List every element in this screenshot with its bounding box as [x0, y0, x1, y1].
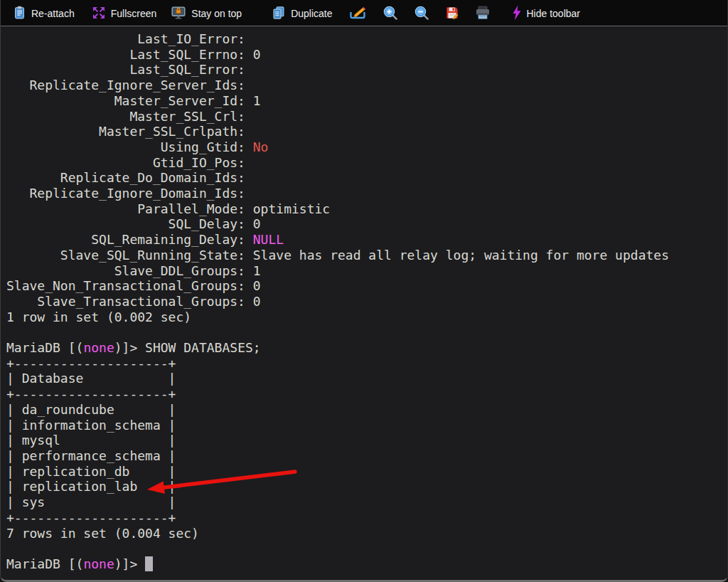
duplicate-button[interactable]: Duplicate	[265, 4, 338, 22]
terminal-line: Master_SSL_Crlpath:	[6, 124, 727, 139]
terminal-line: 1 row in set (0.002 sec)	[6, 309, 727, 325]
terminal-text: SQL_Remaining_Delay:	[6, 232, 253, 247]
terminal-line: Master_SSL_Crl:	[6, 109, 727, 125]
terminal-text: | sys |	[6, 494, 176, 509]
terminal-text: Slave_Transactional_Groups: 0	[6, 294, 261, 309]
save-button[interactable]	[437, 4, 467, 22]
edit-button[interactable]	[341, 4, 375, 22]
fullscreen-button[interactable]: Fullscreen	[85, 4, 164, 22]
terminal-text: | mysql |	[6, 433, 176, 448]
terminal-line: Slave_Transactional_Groups: 0	[6, 294, 727, 309]
re-attach-button[interactable]: Re-attach	[6, 4, 81, 22]
terminal-text: Slave_Non_Transactional_Groups: 0	[6, 278, 261, 293]
terminal-line	[6, 324, 727, 340]
terminal-text: +--------------------+	[6, 510, 176, 525]
terminal-text: Last_SQL_Errno: 0	[6, 47, 261, 62]
terminal-line: SQL_Delay: 0	[6, 216, 727, 232]
terminal-line: Slave_DDL_Groups: 1	[6, 263, 727, 279]
clipboard-icon	[13, 6, 26, 20]
zoom-out-icon	[414, 5, 429, 21]
terminal-text: none	[83, 556, 114, 571]
terminal-text: Slave_DDL_Groups: 1	[6, 263, 261, 278]
terminal-text: MariaDB [(	[6, 340, 83, 355]
terminal-line: 7 rows in set (0.004 sec)	[6, 526, 727, 541]
terminal-text: NULL	[253, 232, 284, 247]
terminal-text: | information_schema |	[6, 418, 176, 433]
terminal-text: Replicate_Ignore_Server_Ids:	[6, 78, 253, 92]
terminal-text: +--------------------+	[6, 386, 176, 401]
terminal-text: +--------------------+	[6, 356, 176, 371]
terminal-line: Slave_SQL_Running_State: Slave has read …	[6, 248, 727, 263]
terminal-text: )]> SHOW DATABASES;	[114, 340, 261, 355]
terminal-line: | Database |	[6, 371, 727, 386]
zoom-out-button[interactable]	[406, 3, 437, 23]
terminal-line: | da_roundcube |	[6, 402, 727, 418]
hide-toolbar-label: Hide toolbar	[527, 7, 581, 19]
terminal-line: Parallel_Mode: optimistic	[6, 201, 727, 217]
terminal-text: | Database |	[6, 371, 176, 386]
lightning-icon	[512, 5, 522, 21]
print-icon	[475, 6, 491, 20]
terminal-text: Last_SQL_Error:	[6, 62, 253, 77]
terminal-line	[6, 541, 727, 556]
hide-toolbar-button[interactable]: Hide toolbar	[505, 3, 587, 23]
zoom-in-icon	[382, 5, 398, 21]
terminal-text: Parallel_Mode: optimistic	[6, 201, 330, 216]
terminal-window: Re-attachFullscreenStay on topDuplicateH…	[0, 0, 728, 582]
terminal-text: Last_IO_Error:	[6, 31, 253, 46]
terminal-text: Replicate_Ignore_Domain_Ids:	[6, 186, 253, 201]
terminal-text: Gtid_IO_Pos:	[6, 155, 253, 170]
terminal-line: +--------------------+	[6, 510, 727, 526]
terminal-line: | replication_lab |	[6, 479, 727, 494]
zoom-in-button[interactable]	[375, 3, 406, 23]
terminal-line: Replicate_Ignore_Server_Ids:	[6, 78, 727, 93]
terminal-line: | information_schema |	[6, 418, 727, 433]
terminal-text: MariaDB [(	[6, 556, 83, 571]
terminal-output[interactable]: Last_IO_Error: Last_SQL_Errno: 0 Last_SQ…	[1, 26, 727, 580]
terminal-text: Replicate_Do_Domain_Ids:	[6, 170, 253, 185]
duplicate-icon	[272, 6, 286, 20]
terminal-text: 7 rows in set (0.004 sec)	[6, 526, 199, 541]
terminal-line: Last_SQL_Error:	[6, 62, 727, 78]
terminal-text: none	[83, 340, 114, 355]
terminal-line: Last_IO_Error:	[6, 31, 727, 47]
stay-on-top-button[interactable]: Stay on top	[164, 4, 248, 22]
terminal-text: Master_Server_Id: 1	[6, 93, 261, 108]
fullscreen-icon	[92, 6, 106, 20]
terminal-line: +--------------------+	[6, 386, 727, 402]
toolbar: Re-attachFullscreenStay on topDuplicateH…	[1, 0, 727, 26]
terminal-cursor	[145, 556, 153, 571]
terminal-line: Master_Server_Id: 1	[6, 93, 727, 109]
terminal-line: | mysql |	[6, 433, 727, 448]
terminal-line: MariaDB [(none)]>	[6, 556, 727, 572]
terminal-line: Slave_Non_Transactional_Groups: 0	[6, 278, 727, 294]
terminal-line: MariaDB [(none)]> SHOW DATABASES;	[6, 340, 727, 356]
duplicate-label: Duplicate	[291, 7, 332, 19]
terminal-text: No	[253, 139, 269, 154]
terminal-text: Using_Gtid:	[6, 139, 253, 154]
terminal-line: +--------------------+	[6, 356, 727, 371]
terminal-line: | performance_schema |	[6, 448, 727, 464]
terminal-text: Master_SSL_Crl:	[6, 109, 253, 124]
terminal-line: | replication_db |	[6, 464, 727, 480]
fullscreen-label: Fullscreen	[111, 7, 157, 19]
terminal-text: Master_SSL_Crlpath:	[6, 124, 253, 139]
terminal-line: | sys |	[6, 494, 727, 510]
terminal-text: | performance_schema |	[6, 448, 176, 463]
print-button[interactable]	[467, 4, 498, 22]
terminal-line: Using_Gtid: No	[6, 139, 727, 155]
edit-icon	[348, 6, 367, 20]
terminal-line: Replicate_Ignore_Domain_Ids:	[6, 186, 727, 201]
terminal-text: | replication_lab |	[6, 479, 176, 494]
terminal-line: Replicate_Do_Domain_Ids:	[6, 170, 727, 186]
terminal-text: Slave_SQL_Running_State: Slave has read …	[6, 248, 669, 263]
terminal-line: SQL_Remaining_Delay: NULL	[6, 232, 727, 248]
stay-on-top-label: Stay on top	[191, 7, 242, 19]
re-attach-label: Re-attach	[31, 7, 75, 19]
terminal-text: SQL_Delay: 0	[6, 216, 261, 231]
terminal-line: Last_SQL_Errno: 0	[6, 47, 727, 63]
save-icon	[445, 6, 459, 20]
terminal-text: 1 row in set (0.002 sec)	[6, 309, 191, 324]
terminal-text: | da_roundcube |	[6, 402, 176, 417]
terminal-line: Gtid_IO_Pos:	[6, 155, 727, 171]
